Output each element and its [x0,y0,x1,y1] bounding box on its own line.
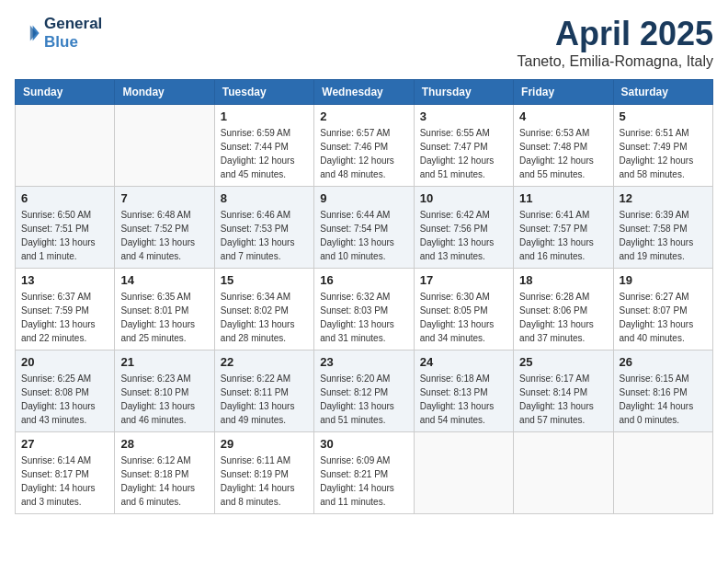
day-info: Sunrise: 6:28 AM Sunset: 8:06 PM Dayligh… [519,290,607,345]
day-info: Sunrise: 6:30 AM Sunset: 8:05 PM Dayligh… [420,290,507,345]
day-number: 14 [120,273,208,287]
day-info: Sunrise: 6:14 AM Sunset: 8:17 PM Dayligh… [21,454,108,509]
day-number: 29 [221,437,308,451]
calendar-empty-cell [414,432,513,514]
calendar-day-9: 9Sunrise: 6:44 AM Sunset: 7:54 PM Daylig… [314,187,414,269]
day-info: Sunrise: 6:37 AM Sunset: 7:59 PM Dayligh… [21,290,108,345]
title-area: April 2025 Taneto, Emilia-Romagna, Italy [518,15,713,70]
day-number: 8 [221,191,308,205]
calendar-day-23: 23Sunrise: 6:20 AM Sunset: 8:12 PM Dayli… [314,350,414,432]
day-info: Sunrise: 6:46 AM Sunset: 7:53 PM Dayligh… [221,208,308,263]
day-info: Sunrise: 6:11 AM Sunset: 8:19 PM Dayligh… [221,454,308,509]
day-info: Sunrise: 6:20 AM Sunset: 8:12 PM Dayligh… [320,372,407,427]
calendar-day-22: 22Sunrise: 6:22 AM Sunset: 8:11 PM Dayli… [214,350,313,432]
day-info: Sunrise: 6:22 AM Sunset: 8:11 PM Dayligh… [221,372,308,427]
day-number: 25 [519,355,607,369]
calendar-empty-cell [514,432,613,514]
day-info: Sunrise: 6:15 AM Sunset: 8:16 PM Dayligh… [620,372,707,427]
calendar-week-row: 1Sunrise: 6:59 AM Sunset: 7:44 PM Daylig… [16,105,713,187]
calendar-week-row: 27Sunrise: 6:14 AM Sunset: 8:17 PM Dayli… [16,432,713,514]
calendar-day-20: 20Sunrise: 6:25 AM Sunset: 8:08 PM Dayli… [16,350,115,432]
weekday-header-monday: Monday [115,80,214,105]
day-info: Sunrise: 6:59 AM Sunset: 7:44 PM Dayligh… [221,126,308,181]
day-number: 15 [221,273,308,287]
day-number: 4 [519,109,607,123]
weekday-header-friday: Friday [514,80,613,105]
day-number: 6 [21,191,108,205]
weekday-header-saturday: Saturday [613,80,712,105]
logo: General Blue [15,15,102,52]
logo-icon [15,20,40,46]
calendar-day-4: 4Sunrise: 6:53 AM Sunset: 7:48 PM Daylig… [514,105,613,187]
day-number: 22 [221,355,308,369]
calendar-empty-cell [16,105,115,187]
calendar-day-18: 18Sunrise: 6:28 AM Sunset: 8:06 PM Dayli… [514,269,613,350]
calendar-day-5: 5Sunrise: 6:51 AM Sunset: 7:49 PM Daylig… [613,105,712,187]
calendar-day-28: 28Sunrise: 6:12 AM Sunset: 8:18 PM Dayli… [115,432,214,514]
day-number: 19 [620,273,707,287]
day-info: Sunrise: 6:41 AM Sunset: 7:57 PM Dayligh… [519,208,607,263]
calendar-day-21: 21Sunrise: 6:23 AM Sunset: 8:10 PM Dayli… [115,350,214,432]
day-info: Sunrise: 6:48 AM Sunset: 7:52 PM Dayligh… [120,208,208,263]
day-number: 21 [120,355,208,369]
day-number: 1 [221,109,308,123]
day-number: 12 [620,191,707,205]
calendar-day-19: 19Sunrise: 6:27 AM Sunset: 8:07 PM Dayli… [613,269,712,350]
day-info: Sunrise: 6:44 AM Sunset: 7:54 PM Dayligh… [320,208,407,263]
day-number: 30 [320,437,407,451]
calendar-day-13: 13Sunrise: 6:37 AM Sunset: 7:59 PM Dayli… [16,269,115,350]
calendar-day-7: 7Sunrise: 6:48 AM Sunset: 7:52 PM Daylig… [115,187,214,269]
day-info: Sunrise: 6:23 AM Sunset: 8:10 PM Dayligh… [120,372,208,427]
calendar-week-row: 20Sunrise: 6:25 AM Sunset: 8:08 PM Dayli… [16,350,713,432]
calendar-header-row: SundayMondayTuesdayWednesdayThursdayFrid… [16,80,713,105]
weekday-header-wednesday: Wednesday [314,80,414,105]
day-number: 3 [420,109,507,123]
calendar-table: SundayMondayTuesdayWednesdayThursdayFrid… [15,79,713,514]
day-number: 26 [620,355,707,369]
weekday-header-sunday: Sunday [16,80,115,105]
day-info: Sunrise: 6:51 AM Sunset: 7:49 PM Dayligh… [620,126,707,181]
day-info: Sunrise: 6:25 AM Sunset: 8:08 PM Dayligh… [21,372,108,427]
day-info: Sunrise: 6:57 AM Sunset: 7:46 PM Dayligh… [320,126,407,181]
calendar-day-2: 2Sunrise: 6:57 AM Sunset: 7:46 PM Daylig… [314,105,414,187]
calendar-day-27: 27Sunrise: 6:14 AM Sunset: 8:17 PM Dayli… [16,432,115,514]
calendar-empty-cell [613,432,712,514]
calendar-day-26: 26Sunrise: 6:15 AM Sunset: 8:16 PM Dayli… [613,350,712,432]
calendar-day-24: 24Sunrise: 6:18 AM Sunset: 8:13 PM Dayli… [414,350,513,432]
day-number: 10 [420,191,507,205]
day-info: Sunrise: 6:27 AM Sunset: 8:07 PM Dayligh… [620,290,707,345]
calendar-day-3: 3Sunrise: 6:55 AM Sunset: 7:47 PM Daylig… [414,105,513,187]
day-info: Sunrise: 6:42 AM Sunset: 7:56 PM Dayligh… [420,208,507,263]
day-info: Sunrise: 6:09 AM Sunset: 8:21 PM Dayligh… [320,454,407,509]
day-info: Sunrise: 6:35 AM Sunset: 8:01 PM Dayligh… [120,290,208,345]
calendar-day-1: 1Sunrise: 6:59 AM Sunset: 7:44 PM Daylig… [214,105,313,187]
calendar-day-6: 6Sunrise: 6:50 AM Sunset: 7:51 PM Daylig… [16,187,115,269]
day-info: Sunrise: 6:50 AM Sunset: 7:51 PM Dayligh… [21,208,108,263]
day-number: 23 [320,355,407,369]
day-number: 5 [620,109,707,123]
day-info: Sunrise: 6:55 AM Sunset: 7:47 PM Dayligh… [420,126,507,181]
page-header: General Blue April 2025 Taneto, Emilia-R… [15,15,713,70]
weekday-header-thursday: Thursday [414,80,513,105]
calendar-day-15: 15Sunrise: 6:34 AM Sunset: 8:02 PM Dayli… [214,269,313,350]
calendar-day-30: 30Sunrise: 6:09 AM Sunset: 8:21 PM Dayli… [314,432,414,514]
calendar-day-14: 14Sunrise: 6:35 AM Sunset: 8:01 PM Dayli… [115,269,214,350]
calendar-day-11: 11Sunrise: 6:41 AM Sunset: 7:57 PM Dayli… [514,187,613,269]
day-number: 16 [320,273,407,287]
calendar-day-8: 8Sunrise: 6:46 AM Sunset: 7:53 PM Daylig… [214,187,313,269]
calendar-day-17: 17Sunrise: 6:30 AM Sunset: 8:05 PM Dayli… [414,269,513,350]
day-number: 17 [420,273,507,287]
day-number: 24 [420,355,507,369]
day-number: 2 [320,109,407,123]
day-info: Sunrise: 6:32 AM Sunset: 8:03 PM Dayligh… [320,290,407,345]
day-number: 20 [21,355,108,369]
calendar-day-29: 29Sunrise: 6:11 AM Sunset: 8:19 PM Dayli… [214,432,313,514]
calendar-day-16: 16Sunrise: 6:32 AM Sunset: 8:03 PM Dayli… [314,269,414,350]
location-title: Taneto, Emilia-Romagna, Italy [518,53,713,70]
day-number: 18 [519,273,607,287]
weekday-header-tuesday: Tuesday [214,80,313,105]
day-number: 9 [320,191,407,205]
day-number: 13 [21,273,108,287]
day-info: Sunrise: 6:34 AM Sunset: 8:02 PM Dayligh… [221,290,308,345]
calendar-empty-cell [115,105,214,187]
